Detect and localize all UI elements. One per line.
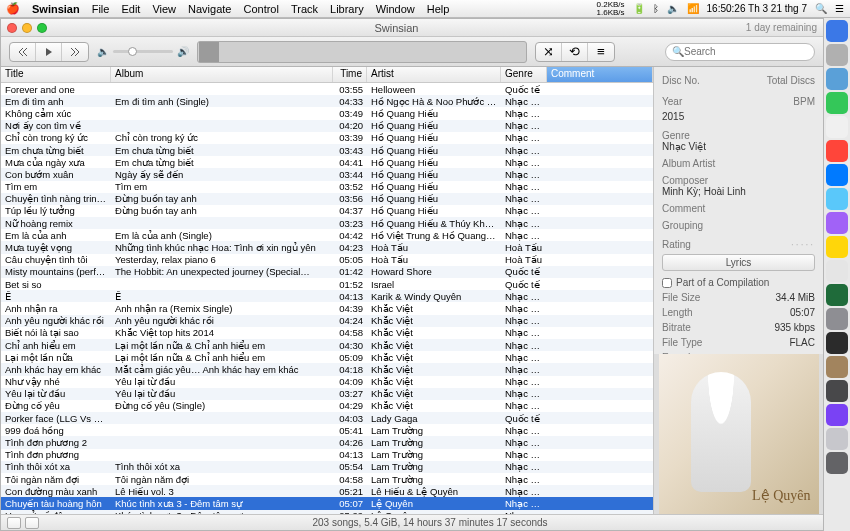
track-row[interactable]: Mưa của ngày xưaEm chưa từng biết04:41Hồ… <box>1 156 653 168</box>
track-row[interactable]: Túp lều lý tưởngĐừng buồn tay anh04:37Hồ… <box>1 205 653 217</box>
track-row[interactable]: Yêu lại từ đầuYêu lại từ đầu03:27Khắc Vi… <box>1 388 653 400</box>
play-button[interactable] <box>36 43 62 61</box>
track-row[interactable]: Chuyện tình nàng trinh nữ…Đừng buồn tay … <box>1 193 653 205</box>
track-row[interactable]: Tình đơn phương04:13Lam TrườngNhạc Việt <box>1 449 653 461</box>
wifi-icon[interactable]: 📶 <box>687 3 699 14</box>
prev-button[interactable] <box>10 43 36 61</box>
track-row[interactable]: Mưa tuyệt vọngNhững tình khúc nhạc Hoa: … <box>1 241 653 253</box>
minimize-button[interactable] <box>22 23 32 33</box>
view-toggle-icon[interactable] <box>25 517 39 529</box>
next-button[interactable] <box>62 43 88 61</box>
shuffle-button[interactable]: ⤨ <box>536 43 562 61</box>
track-row[interactable]: Tìm emTìm em03:52Hồ Quang HiếuNhạc Việt <box>1 181 653 193</box>
dock-app-icon[interactable] <box>826 452 848 474</box>
track-row[interactable]: Câu chuyện tình tôiYesterday, relax pian… <box>1 254 653 266</box>
track-row[interactable]: 999 đoá hồng05:41Lam TrườngNhạc Việt <box>1 424 653 436</box>
track-row[interactable]: Tình thôi xót xaTình thôi xót xa05:54Lam… <box>1 461 653 473</box>
dock-app-icon[interactable] <box>826 212 848 234</box>
track-row[interactable]: Em đi tìm anhEm đi tìm anh (Single)04:33… <box>1 95 653 107</box>
col-genre[interactable]: Genre <box>501 67 547 82</box>
track-row[interactable]: Tình đơn phương 204:26Lam TrườngNhạc Việ… <box>1 436 653 448</box>
artwork-toggle-icon[interactable] <box>7 517 21 529</box>
menu-window[interactable]: Window <box>376 3 415 15</box>
filetype-label: File Type <box>662 337 702 348</box>
dock-app-icon[interactable] <box>826 68 848 90</box>
dock-app-icon[interactable] <box>826 236 848 258</box>
menu-control[interactable]: Control <box>243 3 278 15</box>
track-row[interactable]: Nữ hoàng remix03:23Hồ Quang Hiếu & Thúy … <box>1 217 653 229</box>
col-time[interactable]: Time <box>333 67 367 82</box>
close-button[interactable] <box>7 23 17 33</box>
track-row[interactable]: Em là của anhEm là của anh (Single)04:42… <box>1 229 653 241</box>
col-album[interactable]: Album <box>111 67 333 82</box>
dock-app-icon[interactable] <box>826 428 848 450</box>
track-row[interactable]: Đừng cố yêuĐừng cố yêu (Single)04:29Khắc… <box>1 400 653 412</box>
repeat-button[interactable]: ⟲ <box>562 43 588 61</box>
compilation-checkbox[interactable] <box>662 278 672 288</box>
track-row[interactable]: Nơi ấy con tìm về04:20Hồ Quang HiếuNhạc … <box>1 120 653 132</box>
col-comment[interactable]: Comment <box>547 67 653 82</box>
menu-edit[interactable]: Edit <box>121 3 140 15</box>
track-row[interactable]: Như vậy nhéYêu lại từ đầu04:09Khắc ViệtN… <box>1 376 653 388</box>
dock-app-icon[interactable] <box>826 284 848 306</box>
dock-app-icon[interactable] <box>826 188 848 210</box>
track-row[interactable]: Forever and one03:55HelloweenQuốc tế <box>1 83 653 95</box>
track-row[interactable]: Chỉ còn trong ký ứcChỉ còn trong ký ức03… <box>1 132 653 144</box>
dock-app-icon[interactable] <box>826 92 848 114</box>
lyrics-button[interactable]: Lyrics <box>662 254 815 271</box>
bluetooth-icon[interactable]: ᛒ <box>653 3 659 14</box>
dock-app-icon[interactable] <box>826 404 848 426</box>
track-row[interactable]: Anh khác hay em khácMắt cảm giác yêu… An… <box>1 363 653 375</box>
menu-navigate[interactable]: Navigate <box>188 3 231 15</box>
battery-icon[interactable]: 🔋 <box>633 3 645 14</box>
track-row[interactable]: Porker face (LLG Vs GLG Ra…04:03Lady Gag… <box>1 412 653 424</box>
dock-app-icon[interactable] <box>826 308 848 330</box>
track-row[interactable]: Biết nói là tại saoKhắc Việt top hits 20… <box>1 327 653 339</box>
track-row[interactable]: Tôi ngàn năm đợiTôi ngàn năm đợi04:58Lam… <box>1 473 653 485</box>
dock-app-icon[interactable] <box>826 140 848 162</box>
dock-app-icon[interactable] <box>826 356 848 378</box>
track-row[interactable]: Bet si so01:52IsraelQuốc tế <box>1 278 653 290</box>
track-row[interactable]: Lại một lần nữaLại một lần nữa & Chỉ anh… <box>1 351 653 363</box>
track-row[interactable]: Misty mountains (performe…The Hobbit: An… <box>1 266 653 278</box>
toolbar: 🔈 🔊 ⤨ ⟲ ≡ 🔍 <box>1 37 823 67</box>
track-row[interactable]: Anh nhận raAnh nhận ra (Remix Single)04:… <box>1 302 653 314</box>
dock-app-icon[interactable] <box>826 116 848 138</box>
col-title[interactable]: Title <box>1 67 111 82</box>
menu-track[interactable]: Track <box>291 3 318 15</box>
track-row[interactable]: Không cảm xúc03:49Hồ Quang HiếuNhạc Việt <box>1 107 653 119</box>
menu-file[interactable]: File <box>92 3 110 15</box>
track-row[interactable]: ẾẾ04:13Karik & Windy QuyênNhạc Việt <box>1 290 653 302</box>
equalizer-button[interactable]: ≡ <box>588 43 614 61</box>
track-row[interactable]: Chỉ anh hiểu emLại một lần nữa & Chỉ anh… <box>1 339 653 351</box>
track-row[interactable]: Anh yêu người khác rồiAnh yêu người khác… <box>1 315 653 327</box>
menu-library[interactable]: Library <box>330 3 364 15</box>
track-row[interactable]: Con đường màu xanhLê Hiếu vol. 305:21Lê … <box>1 485 653 497</box>
menu-help[interactable]: Help <box>427 3 450 15</box>
rating-stars[interactable]: ····· <box>791 239 815 250</box>
spotlight-icon[interactable]: 🔍 <box>815 3 827 14</box>
col-artist[interactable]: Artist <box>367 67 501 82</box>
search-input[interactable] <box>684 46 808 57</box>
track-rows[interactable]: Forever and one03:55HelloweenQuốc tếEm đ… <box>1 83 653 514</box>
dock-app-icon[interactable] <box>826 260 848 282</box>
length-value: 05:07 <box>790 307 815 318</box>
track-row[interactable]: Em chưa từng biếtEm chưa từng biết03:43H… <box>1 144 653 156</box>
track-row[interactable]: Con bướm xuânNgày ấy sẽ đến03:44Hồ Quang… <box>1 168 653 180</box>
zoom-button[interactable] <box>37 23 47 33</box>
search-field[interactable]: 🔍 <box>665 43 815 61</box>
track-row[interactable]: Chuyến tàu hoàng hônKhúc tình xưa 3 - Đê… <box>1 497 653 509</box>
dock-app-icon[interactable] <box>826 332 848 354</box>
volume-slider[interactable]: 🔈 🔊 <box>97 46 189 57</box>
dock-app-icon[interactable] <box>826 20 848 42</box>
menu-view[interactable]: View <box>152 3 176 15</box>
apple-icon[interactable]: 🍎 <box>6 2 20 15</box>
length-label: Length <box>662 307 693 318</box>
dock-app-icon[interactable] <box>826 44 848 66</box>
clock[interactable]: 16:50:26 Th 3 21 thg 7 <box>707 3 807 14</box>
dock-app-icon[interactable] <box>826 380 848 402</box>
notification-center-icon[interactable]: ☰ <box>835 3 844 14</box>
volume-icon[interactable]: 🔈 <box>667 3 679 14</box>
dock-app-icon[interactable] <box>826 164 848 186</box>
app-menu[interactable]: Swinsian <box>32 3 80 15</box>
